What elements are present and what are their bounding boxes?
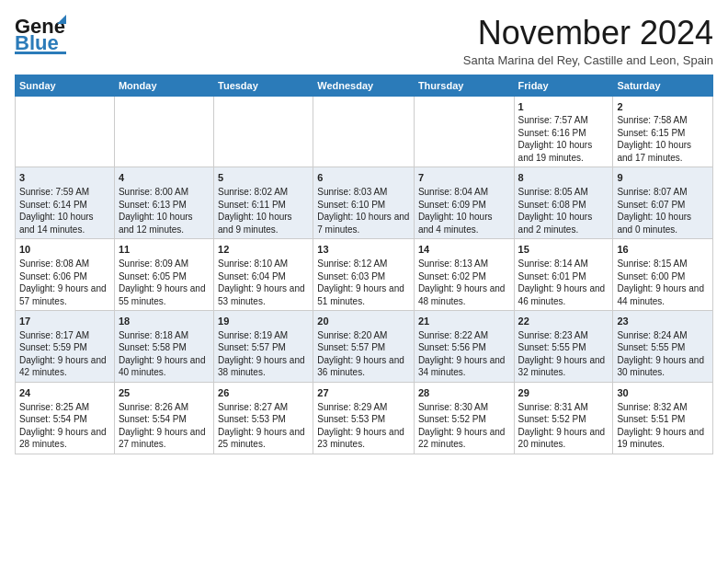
calendar-cell: 25Sunrise: 8:26 AMSunset: 5:54 PMDayligh… — [114, 382, 213, 454]
cell-day-number: 20 — [317, 315, 410, 328]
logo: General Blue — [15, 15, 66, 55]
calendar-cell: 14Sunrise: 8:13 AMSunset: 6:02 PMDayligh… — [414, 239, 514, 311]
calendar-cell: 27Sunrise: 8:29 AMSunset: 5:53 PMDayligh… — [313, 382, 415, 454]
calendar-table: SundayMondayTuesdayWednesdayThursdayFrid… — [15, 75, 713, 454]
cell-day-number: 30 — [617, 386, 709, 400]
calendar-cell — [214, 96, 313, 167]
cell-info: Sunrise: 8:04 AMSunset: 6:09 PMDaylight:… — [418, 186, 510, 236]
weekday-header: SundayMondayTuesdayWednesdayThursdayFrid… — [16, 75, 713, 96]
month-title: November 2024 — [463, 15, 713, 52]
cell-info: Sunrise: 8:03 AMSunset: 6:10 PMDaylight:… — [317, 186, 410, 236]
weekday-sunday: Sunday — [16, 75, 115, 96]
cell-info: Sunrise: 8:23 AMSunset: 5:55 PMDaylight:… — [518, 329, 609, 379]
calendar-cell: 8Sunrise: 8:05 AMSunset: 6:08 PMDaylight… — [514, 167, 613, 239]
calendar-cell: 5Sunrise: 8:02 AMSunset: 6:11 PMDaylight… — [214, 167, 313, 239]
cell-day-number: 18 — [119, 315, 210, 328]
cell-day-number: 26 — [218, 386, 309, 400]
weekday-monday: Monday — [114, 75, 213, 96]
calendar-cell — [313, 96, 415, 167]
calendar-cell: 22Sunrise: 8:23 AMSunset: 5:55 PMDayligh… — [514, 311, 613, 383]
cell-day-number: 28 — [418, 386, 510, 400]
cell-day-number: 19 — [218, 315, 309, 328]
cell-info: Sunrise: 8:17 AMSunset: 5:59 PMDaylight:… — [19, 329, 110, 379]
week-row-1: 1Sunrise: 7:57 AMSunset: 6:16 PMDaylight… — [16, 96, 713, 167]
cell-info: Sunrise: 8:22 AMSunset: 5:56 PMDaylight:… — [418, 329, 510, 379]
calendar-cell: 19Sunrise: 8:19 AMSunset: 5:57 PMDayligh… — [214, 311, 313, 383]
cell-info: Sunrise: 8:29 AMSunset: 5:53 PMDaylight:… — [317, 401, 410, 451]
week-row-4: 17Sunrise: 8:17 AMSunset: 5:59 PMDayligh… — [16, 311, 713, 383]
cell-day-number: 8 — [518, 171, 609, 185]
calendar-cell: 11Sunrise: 8:09 AMSunset: 6:05 PMDayligh… — [114, 239, 213, 311]
cell-day-number: 10 — [19, 243, 110, 257]
cell-info: Sunrise: 8:08 AMSunset: 6:06 PMDaylight:… — [19, 258, 110, 307]
location: Santa Marina del Rey, Castille and Leon,… — [463, 53, 713, 67]
calendar-body: 1Sunrise: 7:57 AMSunset: 6:16 PMDaylight… — [16, 96, 713, 454]
cell-day-number: 6 — [317, 171, 410, 185]
cell-day-number: 22 — [518, 315, 609, 328]
cell-day-number: 24 — [19, 386, 110, 400]
calendar-cell: 24Sunrise: 8:25 AMSunset: 5:54 PMDayligh… — [16, 382, 115, 454]
cell-info: Sunrise: 8:14 AMSunset: 6:01 PMDaylight:… — [518, 258, 609, 307]
cell-day-number: 14 — [418, 243, 510, 257]
cell-day-number: 4 — [119, 171, 210, 185]
cell-info: Sunrise: 8:31 AMSunset: 5:52 PMDaylight:… — [518, 401, 609, 451]
cell-day-number: 9 — [617, 171, 709, 185]
cell-info: Sunrise: 8:26 AMSunset: 5:54 PMDaylight:… — [119, 401, 210, 451]
page: General Blue November 2024 Santa Marina … — [0, 0, 728, 465]
cell-info: Sunrise: 8:02 AMSunset: 6:11 PMDaylight:… — [218, 186, 309, 236]
cell-info: Sunrise: 8:24 AMSunset: 5:55 PMDaylight:… — [617, 329, 709, 379]
week-row-5: 24Sunrise: 8:25 AMSunset: 5:54 PMDayligh… — [16, 382, 713, 454]
cell-day-number: 2 — [617, 100, 709, 114]
calendar-cell: 29Sunrise: 8:31 AMSunset: 5:52 PMDayligh… — [514, 382, 613, 454]
cell-info: Sunrise: 8:18 AMSunset: 5:58 PMDaylight:… — [119, 329, 210, 379]
cell-info: Sunrise: 8:13 AMSunset: 6:02 PMDaylight:… — [418, 258, 510, 307]
cell-day-number: 25 — [119, 386, 210, 400]
calendar-cell — [114, 96, 213, 167]
cell-info: Sunrise: 8:12 AMSunset: 6:03 PMDaylight:… — [317, 258, 410, 307]
cell-day-number: 5 — [218, 171, 309, 185]
cell-info: Sunrise: 8:15 AMSunset: 6:00 PMDaylight:… — [617, 258, 709, 307]
week-row-3: 10Sunrise: 8:08 AMSunset: 6:06 PMDayligh… — [16, 239, 713, 311]
weekday-tuesday: Tuesday — [214, 75, 313, 96]
cell-info: Sunrise: 8:00 AMSunset: 6:13 PMDaylight:… — [119, 186, 210, 236]
cell-info: Sunrise: 8:27 AMSunset: 5:53 PMDaylight:… — [218, 401, 309, 451]
calendar-cell: 7Sunrise: 8:04 AMSunset: 6:09 PMDaylight… — [414, 167, 514, 239]
calendar-cell: 13Sunrise: 8:12 AMSunset: 6:03 PMDayligh… — [313, 239, 415, 311]
cell-day-number: 11 — [119, 243, 210, 257]
weekday-saturday: Saturday — [613, 75, 713, 96]
weekday-thursday: Thursday — [414, 75, 514, 96]
calendar-cell: 28Sunrise: 8:30 AMSunset: 5:52 PMDayligh… — [414, 382, 514, 454]
calendar-cell: 10Sunrise: 8:08 AMSunset: 6:06 PMDayligh… — [16, 239, 115, 311]
svg-text:Blue: Blue — [15, 31, 59, 54]
cell-day-number: 15 — [518, 243, 609, 257]
cell-info: Sunrise: 8:20 AMSunset: 5:57 PMDaylight:… — [317, 329, 410, 379]
calendar-cell: 15Sunrise: 8:14 AMSunset: 6:01 PMDayligh… — [514, 239, 613, 311]
cell-day-number: 1 — [518, 100, 609, 114]
calendar-cell: 21Sunrise: 8:22 AMSunset: 5:56 PMDayligh… — [414, 311, 514, 383]
cell-info: Sunrise: 8:09 AMSunset: 6:05 PMDaylight:… — [119, 258, 210, 307]
calendar-cell: 23Sunrise: 8:24 AMSunset: 5:55 PMDayligh… — [613, 311, 713, 383]
calendar-cell: 20Sunrise: 8:20 AMSunset: 5:57 PMDayligh… — [313, 311, 415, 383]
calendar-cell: 1Sunrise: 7:57 AMSunset: 6:16 PMDaylight… — [514, 96, 613, 167]
cell-info: Sunrise: 8:05 AMSunset: 6:08 PMDaylight:… — [518, 186, 609, 236]
weekday-friday: Friday — [514, 75, 613, 96]
weekday-wednesday: Wednesday — [313, 75, 415, 96]
cell-info: Sunrise: 7:59 AMSunset: 6:14 PMDaylight:… — [19, 186, 110, 236]
calendar-cell: 16Sunrise: 8:15 AMSunset: 6:00 PMDayligh… — [613, 239, 713, 311]
calendar-cell: 26Sunrise: 8:27 AMSunset: 5:53 PMDayligh… — [214, 382, 313, 454]
svg-rect-3 — [15, 52, 66, 54]
cell-day-number: 23 — [617, 315, 709, 328]
calendar-cell: 6Sunrise: 8:03 AMSunset: 6:10 PMDaylight… — [313, 167, 415, 239]
cell-day-number: 21 — [418, 315, 510, 328]
calendar-cell — [414, 96, 514, 167]
calendar-cell: 3Sunrise: 7:59 AMSunset: 6:14 PMDaylight… — [16, 167, 115, 239]
calendar-cell: 4Sunrise: 8:00 AMSunset: 6:13 PMDaylight… — [114, 167, 213, 239]
calendar-cell: 9Sunrise: 8:07 AMSunset: 6:07 PMDaylight… — [613, 167, 713, 239]
cell-day-number: 13 — [317, 243, 410, 257]
cell-info: Sunrise: 8:07 AMSunset: 6:07 PMDaylight:… — [617, 186, 709, 236]
cell-day-number: 29 — [518, 386, 609, 400]
cell-info: Sunrise: 8:30 AMSunset: 5:52 PMDaylight:… — [418, 401, 510, 451]
calendar-cell: 18Sunrise: 8:18 AMSunset: 5:58 PMDayligh… — [114, 311, 213, 383]
header: General Blue November 2024 Santa Marina … — [15, 15, 713, 67]
title-block: November 2024 Santa Marina del Rey, Cast… — [463, 15, 713, 67]
